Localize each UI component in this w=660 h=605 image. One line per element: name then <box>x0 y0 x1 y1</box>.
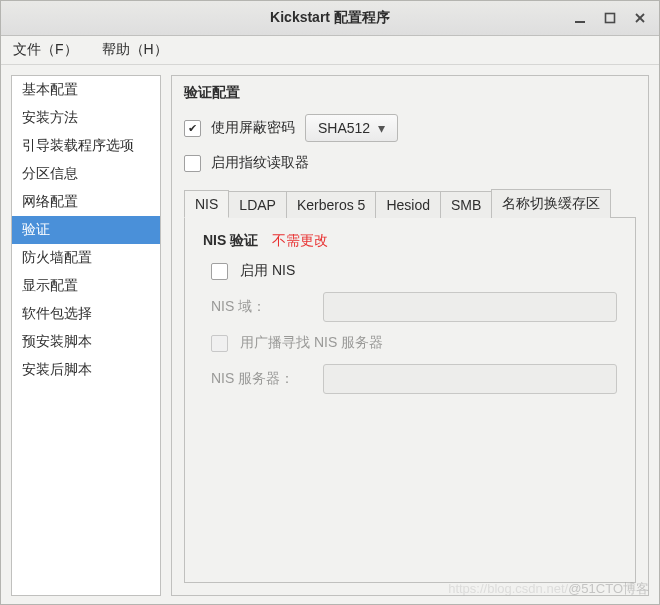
sidebar-item-pre[interactable]: 预安装脚本 <box>12 328 160 356</box>
row-nis-server: NIS 服务器： <box>211 364 617 394</box>
sidebar-item-bootloader[interactable]: 引导装载程序选项 <box>12 132 160 160</box>
tab-panel-nis: NIS 验证 不需更改 启用 NIS NIS 域： <box>184 217 636 583</box>
window-title: Kickstart 配置程序 <box>270 9 390 27</box>
label-nis-domain: NIS 域： <box>211 298 311 316</box>
label-nis-enable: 启用 NIS <box>240 262 295 280</box>
svg-rect-1 <box>606 14 615 23</box>
tab-nscd[interactable]: 名称切换缓存区 <box>491 189 611 218</box>
sidebar-item-post[interactable]: 安装后脚本 <box>12 356 160 384</box>
auth-tabs: NIS LDAP Kerberos 5 Hesiod SMB 名称切换缓存区 N… <box>184 188 636 583</box>
tab-kerberos[interactable]: Kerberos 5 <box>286 191 376 218</box>
content-pane: 验证配置 使用屏蔽密码 SHA512 ▾ 启用指纹读取器 <box>171 75 649 596</box>
input-nis-domain[interactable] <box>323 292 617 322</box>
label-nis-broadcast: 用广播寻找 NIS 服务器 <box>240 334 383 352</box>
sidebar-item-partition[interactable]: 分区信息 <box>12 160 160 188</box>
row-nis-broadcast: 用广播寻找 NIS 服务器 <box>211 334 617 352</box>
nis-annotation: 不需更改 <box>272 232 328 248</box>
tab-nis[interactable]: NIS <box>184 190 229 218</box>
nis-heading: NIS 验证 <box>203 232 258 248</box>
sidebar-item-packages[interactable]: 软件包选择 <box>12 300 160 328</box>
tab-ldap[interactable]: LDAP <box>228 191 287 218</box>
tab-bar: NIS LDAP Kerberos 5 Hesiod SMB 名称切换缓存区 <box>184 188 636 217</box>
main-area: 基本配置 安装方法 引导装载程序选项 分区信息 网络配置 验证 防火墙配置 显示… <box>1 65 659 605</box>
content-body: 使用屏蔽密码 SHA512 ▾ 启用指纹读取器 NIS LDAP Kerber <box>172 108 648 595</box>
checkbox-nis-enable[interactable] <box>211 263 228 280</box>
row-nis-domain: NIS 域： <box>211 292 617 322</box>
menu-help[interactable]: 帮助（H） <box>98 39 172 61</box>
tab-smb[interactable]: SMB <box>440 191 492 218</box>
minimize-button[interactable] <box>567 8 593 28</box>
window-controls <box>567 1 653 35</box>
checkbox-use-shadow[interactable] <box>184 120 201 137</box>
svg-rect-0 <box>575 21 585 23</box>
sidebar-item-basic[interactable]: 基本配置 <box>12 76 160 104</box>
window: Kickstart 配置程序 文件（F） 帮助（H） 基本配置 安装方法 引导装… <box>0 0 660 605</box>
close-button[interactable] <box>627 8 653 28</box>
sidebar-item-firewall[interactable]: 防火墙配置 <box>12 244 160 272</box>
sidebar-item-auth[interactable]: 验证 <box>12 216 160 244</box>
row-nis-enable: 启用 NIS <box>211 262 617 280</box>
checkbox-fingerprint[interactable] <box>184 155 201 172</box>
sidebar: 基本配置 安装方法 引导装载程序选项 分区信息 网络配置 验证 防火墙配置 显示… <box>11 75 161 596</box>
menubar: 文件（F） 帮助（H） <box>1 36 659 65</box>
row-fingerprint: 启用指纹读取器 <box>184 154 636 172</box>
content-heading: 验证配置 <box>172 76 648 108</box>
input-nis-server[interactable] <box>323 364 617 394</box>
label-nis-server: NIS 服务器： <box>211 370 311 388</box>
label-use-shadow: 使用屏蔽密码 <box>211 119 295 137</box>
chevron-down-icon: ▾ <box>378 120 385 136</box>
menu-file[interactable]: 文件（F） <box>9 39 82 61</box>
checkbox-nis-broadcast[interactable] <box>211 335 228 352</box>
tab-hesiod[interactable]: Hesiod <box>375 191 441 218</box>
select-hash-algo[interactable]: SHA512 ▾ <box>305 114 398 142</box>
row-shadow-password: 使用屏蔽密码 SHA512 ▾ <box>184 114 636 142</box>
maximize-button[interactable] <box>597 8 623 28</box>
sidebar-item-display[interactable]: 显示配置 <box>12 272 160 300</box>
sidebar-item-install[interactable]: 安装方法 <box>12 104 160 132</box>
label-fingerprint: 启用指纹读取器 <box>211 154 309 172</box>
select-hash-algo-value: SHA512 <box>318 120 370 136</box>
titlebar: Kickstart 配置程序 <box>1 1 659 36</box>
sidebar-item-network[interactable]: 网络配置 <box>12 188 160 216</box>
nis-heading-row: NIS 验证 不需更改 <box>203 232 617 250</box>
